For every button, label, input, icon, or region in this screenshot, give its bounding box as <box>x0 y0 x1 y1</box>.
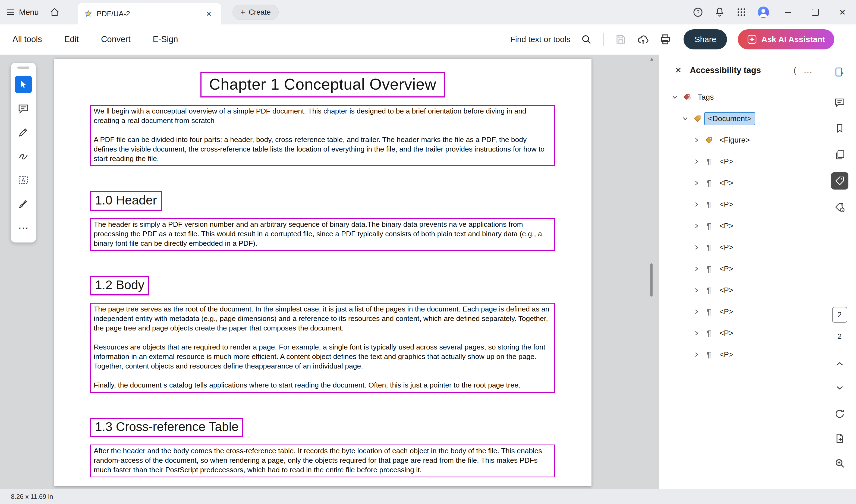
chevron-icon[interactable] <box>693 158 700 165</box>
chevron-icon[interactable] <box>693 287 700 294</box>
sign-tool-button[interactable] <box>13 192 34 216</box>
comments-panel-icon[interactable] <box>834 96 845 108</box>
nav-convert[interactable]: Convert <box>101 32 131 47</box>
document-tab[interactable]: PDF/UA-2 ✕ <box>78 3 221 24</box>
tag-label[interactable]: <P> <box>716 156 736 167</box>
ai-assistant-panel-icon[interactable] <box>834 67 845 78</box>
tags-root-label[interactable]: Tags <box>694 91 717 103</box>
refresh-icon[interactable] <box>834 408 845 419</box>
chevron-icon[interactable] <box>693 136 700 144</box>
tag-label[interactable]: <P> <box>716 177 736 189</box>
close-panel-icon[interactable]: ✕ <box>675 66 682 75</box>
zoom-in-icon[interactable] <box>834 457 845 469</box>
chapter-title[interactable]: Chapter 1 Conceptual Overview <box>200 72 445 97</box>
accessibility-tags-panel-icon[interactable] <box>831 172 849 190</box>
scroll-up-arrow[interactable]: ▲ <box>649 56 654 62</box>
cloud-upload-icon[interactable] <box>637 33 649 46</box>
chevron-icon[interactable] <box>681 115 689 123</box>
intro-paragraph-box[interactable]: We ll begin with a conceptual overview o… <box>90 105 555 166</box>
tagged-paragraph-box[interactable]: The page tree serves as the root of the … <box>90 303 555 393</box>
notifications-bell-icon[interactable] <box>714 6 726 18</box>
scrollbar-thumb[interactable] <box>650 264 653 296</box>
help-icon[interactable]: ? <box>692 6 704 18</box>
ask-ai-assistant-button[interactable]: Ask AI Assistant <box>738 29 834 50</box>
paragraph-icon: ¶ <box>707 243 711 252</box>
chevron-icon[interactable] <box>693 179 700 187</box>
tagged-paragraph-box[interactable]: After the header and the body comes the … <box>90 445 555 478</box>
create-button[interactable]: + Create <box>232 5 279 20</box>
avatar[interactable] <box>758 6 769 18</box>
export-document-icon[interactable] <box>834 433 845 444</box>
save-icon[interactable] <box>614 33 627 46</box>
home-button[interactable] <box>45 0 64 24</box>
chevron-icon[interactable] <box>693 244 700 251</box>
home-icon <box>50 7 59 17</box>
apps-grid-icon[interactable] <box>735 6 747 18</box>
tag-label[interactable]: <P> <box>716 306 736 318</box>
tag-tree-item[interactable]: ¶ <P> <box>659 258 823 280</box>
tag-label[interactable]: <Figure> <box>716 134 753 146</box>
tag-tree-item[interactable]: ¶ <Figure> <box>659 129 823 151</box>
tag-label[interactable]: <P> <box>716 284 736 296</box>
highlight-pen-tool-button[interactable] <box>13 120 34 144</box>
tab-close-icon[interactable]: ✕ <box>203 9 215 19</box>
tag-label[interactable]: <P> <box>716 220 736 232</box>
page-thumbnails-panel-icon[interactable] <box>834 149 845 161</box>
tag-tree-item[interactable]: ¶ <P> <box>659 344 823 365</box>
tag-tree-item[interactable]: ¶ <Document> <box>659 108 823 129</box>
next-page-chevron-down-icon[interactable] <box>834 382 845 394</box>
chevron-icon[interactable] <box>693 351 700 358</box>
chevron-icon[interactable] <box>693 308 700 316</box>
tag-tree-item[interactable]: ¶ <P> <box>659 172 823 194</box>
chevron-icon[interactable] <box>693 265 700 273</box>
tag-label[interactable]: <P> <box>716 327 736 339</box>
bookmarks-panel-icon[interactable] <box>834 123 845 134</box>
nav-all-tools[interactable]: All tools <box>12 32 43 47</box>
window-minimize-button[interactable]: ─ <box>774 0 802 24</box>
tag-tree-item[interactable]: ¶ <P> <box>659 151 823 172</box>
nav-edit[interactable]: Edit <box>64 32 79 47</box>
more-tools-button[interactable]: ⋯ <box>13 216 34 240</box>
tag-tree-item[interactable]: ¶ <P> <box>659 322 823 344</box>
print-icon[interactable] <box>659 33 672 46</box>
tag-tree-item[interactable]: ¶ <P> <box>659 215 823 236</box>
chevron-icon[interactable] <box>693 329 700 337</box>
add-text-tool-button[interactable]: A <box>13 168 34 192</box>
share-button[interactable]: Share <box>683 29 727 50</box>
tag-tree-item[interactable]: ¶ <P> <box>659 236 823 258</box>
document-scrollbar[interactable]: ▲ <box>648 55 655 489</box>
window-maximize-button[interactable] <box>802 0 829 24</box>
tagged-paragraph-box[interactable]: The header is simply a PDF version numbe… <box>90 218 555 251</box>
section-heading[interactable]: 1.2 Body <box>90 276 149 295</box>
tag-label[interactable]: <Document> <box>705 113 755 125</box>
tag-label[interactable]: <P> <box>716 198 736 211</box>
section-heading[interactable]: 1.0 Header <box>90 191 162 211</box>
toolbar-drag-handle[interactable] <box>17 67 29 69</box>
search-icon[interactable] <box>580 33 592 46</box>
menu-button[interactable]: Menu <box>0 0 45 24</box>
tag-tree-item[interactable]: ¶ <P> <box>659 301 823 322</box>
window-close-button[interactable]: ✕ <box>829 0 856 24</box>
current-page-input[interactable]: 2 <box>832 307 847 323</box>
select-tool-button[interactable] <box>15 76 32 93</box>
tag-tree-item[interactable]: ¶ <P> <box>659 194 823 215</box>
comment-tool-button[interactable] <box>13 96 34 120</box>
content-order-panel-icon[interactable] <box>834 202 845 213</box>
tag-tree-item[interactable]: ¶ <P> <box>659 280 823 301</box>
previous-page-chevron-up-icon[interactable] <box>834 358 845 370</box>
find-text-label[interactable]: Find text or tools <box>510 35 571 44</box>
tag-label[interactable]: <P> <box>716 349 736 361</box>
tags-root-row[interactable]: Tags <box>659 86 823 108</box>
chevron-icon[interactable] <box>693 201 700 208</box>
section-heading[interactable]: 1.3 Cross-reference Table <box>90 418 243 437</box>
chevron-icon[interactable] <box>693 222 700 230</box>
chevron-down-icon[interactable] <box>671 93 679 101</box>
document-paragraph: The page tree serves as the root of the … <box>94 304 552 333</box>
tag-type-icon: ¶ <box>704 157 713 166</box>
document-paragraph: We ll begin with a conceptual overview o… <box>94 106 552 125</box>
tag-label[interactable]: <P> <box>716 263 736 275</box>
nav-esign[interactable]: E-Sign <box>153 32 179 47</box>
panel-options-icon[interactable]: … <box>803 65 813 75</box>
draw-tool-button[interactable] <box>13 144 34 168</box>
tag-label[interactable]: <P> <box>716 241 736 253</box>
